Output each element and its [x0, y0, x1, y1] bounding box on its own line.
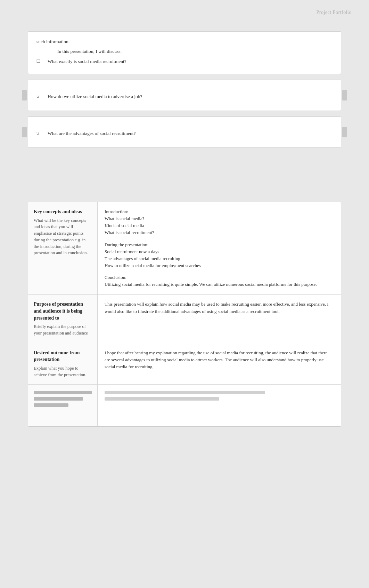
- section-conclusion: Conclusion: Utilizing social media for r…: [105, 274, 334, 288]
- col-left-desired-outcome: Desired outcome from presentation Explai…: [28, 343, 98, 385]
- intro-line-1: What is social media?: [105, 215, 334, 222]
- purpose-title: Purpose of presentation and audience it …: [34, 301, 92, 321]
- doc-indent: In this presentation, I will discuss:: [57, 48, 333, 55]
- bullet-item-2: u How do we utilize social media to adve…: [36, 93, 142, 100]
- doc-card-1: such information. In this presentation, …: [28, 31, 341, 74]
- section-intro: Introduction: What is social media? Kind…: [105, 208, 334, 236]
- bullet-text-2: How do we utilize social media to advert…: [48, 93, 142, 100]
- purpose-content: This presentation will explain how socia…: [105, 301, 334, 315]
- blurred-line-2: [34, 397, 83, 401]
- intro-line-3: What is social recruitment?: [105, 229, 334, 236]
- col-right-desired-outcome: I hope that after hearing my explanation…: [98, 343, 341, 385]
- bullet-text-1: What exactly is social media recruitment…: [48, 58, 126, 65]
- purpose-subtitle: Briefly explain the purpose of your pres…: [34, 323, 92, 337]
- table-row-desired-outcome: Desired outcome from presentation Explai…: [28, 343, 341, 385]
- during-line-1: Social recruitment now a days: [105, 248, 334, 255]
- col-left-last: [28, 385, 98, 426]
- blurred-right-line-1: [105, 391, 265, 394]
- doc-card-mid-1-content: u How do we utilize social media to adve…: [36, 90, 142, 100]
- conclusion-line-1: Utilizing social media for recruiting is…: [105, 281, 334, 288]
- section-intro-header: Introduction:: [105, 208, 334, 215]
- desired-outcome-content: I hope that after hearing my explanation…: [105, 349, 334, 370]
- table-row-purpose: Purpose of presentation and audience it …: [28, 295, 341, 343]
- table-row-last: [28, 385, 341, 426]
- left-thumb-2: [22, 127, 27, 137]
- bullet-symbol-2: u: [36, 93, 43, 100]
- table-row-key-concepts: Key concepts and ideas What will be the …: [28, 202, 341, 295]
- during-line-3: How to utilize social media for employme…: [105, 262, 334, 269]
- page-title: Project Portfolio: [317, 10, 352, 15]
- left-thumb-1: [22, 90, 27, 100]
- doc-line1: such information.: [36, 39, 69, 44]
- top-section: such information. In this presentation, …: [28, 31, 341, 153]
- right-thumb-2: [342, 127, 347, 137]
- col-left-key-concepts: Key concepts and ideas What will be the …: [28, 202, 98, 294]
- during-line-2: The advantages of social media recruitin…: [105, 255, 334, 262]
- portfolio-table: Key concepts and ideas What will be the …: [28, 202, 341, 427]
- bullet-text-3: What are the advantages of social recrui…: [48, 130, 136, 137]
- desired-outcome-title: Desired outcome from presentation: [34, 349, 92, 363]
- col-left-purpose: Purpose of presentation and audience it …: [28, 295, 98, 343]
- right-thumb-1: [342, 90, 347, 100]
- doc-card-mid-1: u How do we utilize social media to adve…: [28, 80, 341, 111]
- col-right-last: [98, 385, 341, 426]
- key-concepts-subtitle: What will be the key concepts and ideas …: [34, 217, 92, 257]
- key-concepts-content: Introduction: What is social media? Kind…: [105, 208, 334, 288]
- blurred-right-line-2: [105, 397, 219, 401]
- doc-card-1-content: such information. In this presentation, …: [36, 38, 333, 65]
- blurred-line-1: [34, 391, 92, 394]
- bottom-section: Key concepts and ideas What will be the …: [28, 202, 341, 427]
- doc-card-mid-2-content: u What are the advantages of social recr…: [36, 127, 136, 137]
- col-right-purpose: This presentation will explain how socia…: [98, 295, 341, 343]
- bullet-item-1: ❑ What exactly is social media recruitme…: [36, 58, 333, 65]
- intro-line-2: Kinds of social media: [105, 222, 334, 229]
- doc-card-mid-2: u What are the advantages of social recr…: [28, 116, 341, 148]
- desired-outcome-subtitle: Explain what you hope to achieve from th…: [34, 365, 92, 378]
- section-during-header: During the presentation:: [105, 241, 334, 248]
- bullet-item-3: u What are the advantages of social recr…: [36, 130, 136, 137]
- bullet-symbol-1: ❑: [36, 58, 43, 65]
- section-during: During the presentation: Social recruitm…: [105, 241, 334, 269]
- bullet-symbol-3: u: [36, 130, 43, 137]
- key-concepts-title: Key concepts and ideas: [34, 208, 92, 215]
- blurred-line-3: [34, 403, 68, 407]
- col-right-key-concepts: Introduction: What is social media? Kind…: [98, 202, 341, 294]
- section-conclusion-header: Conclusion:: [105, 274, 334, 281]
